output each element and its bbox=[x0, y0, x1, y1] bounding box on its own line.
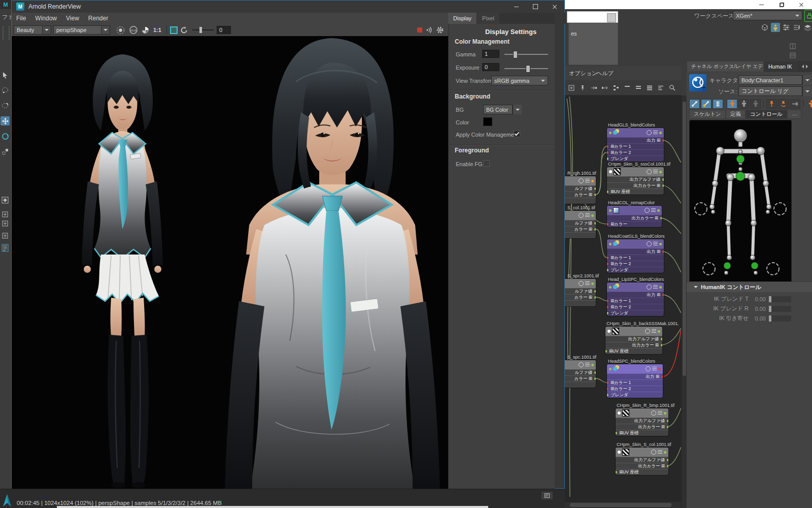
spine-icon[interactable] bbox=[713, 99, 723, 109]
node-port-row[interactable]: ⊞カラー 1 bbox=[607, 380, 663, 386]
node-port-row[interactable] bbox=[565, 198, 596, 204]
slider-handle[interactable] bbox=[199, 27, 202, 33]
source-dropdown-arrow[interactable] bbox=[802, 86, 811, 96]
node-port-row[interactable]: ⊞UV 座標 bbox=[607, 189, 664, 195]
aov-dropdown[interactable]: Beauty bbox=[14, 25, 51, 35]
list-icon[interactable] bbox=[651, 208, 656, 212]
node-port-row[interactable] bbox=[565, 382, 596, 388]
shader-node[interactable]: CHpm_Skin_S_sssCol.1001.tif出力アルファ値出力カラー … bbox=[607, 167, 664, 195]
slider-handle[interactable] bbox=[513, 51, 518, 58]
node-port-row[interactable]: 出力 ⊞ bbox=[607, 138, 664, 143]
list-icon[interactable] bbox=[653, 170, 658, 174]
node-port-row[interactable]: ⊞UV 座標 bbox=[616, 430, 668, 436]
node-port-row[interactable]: ⊞カラー 2 bbox=[607, 150, 664, 155]
character-dim-icon[interactable] bbox=[750, 99, 761, 109]
renderview-titlebar[interactable]: M Arnold RenderView bbox=[12, 1, 564, 13]
list-icon[interactable] bbox=[585, 281, 590, 285]
solo-icon[interactable] bbox=[647, 130, 652, 135]
gamma-field[interactable]: 1 bbox=[482, 50, 499, 58]
notification-icon[interactable] bbox=[425, 25, 435, 35]
channel-sliders-icon[interactable] bbox=[782, 23, 791, 32]
list-icon[interactable] bbox=[658, 450, 662, 454]
shader-node[interactable]: HeadGLS_blendColors出力 ⊞⊞カラー 1⊞カラー 2ブレンダ bbox=[607, 128, 664, 162]
create-node-icon[interactable] bbox=[567, 83, 576, 92]
solo-icon[interactable] bbox=[645, 329, 650, 334]
solo-icon[interactable] bbox=[651, 450, 656, 455]
attr-slider[interactable] bbox=[769, 306, 791, 312]
attr-slider[interactable] bbox=[769, 296, 791, 302]
character-dropdown-arrow[interactable] bbox=[802, 75, 811, 85]
node-port-row[interactable]: 出力カラー ⊞ bbox=[616, 424, 668, 430]
attr-value[interactable]: 0.00 bbox=[749, 306, 766, 312]
popup-field-button[interactable] bbox=[607, 13, 616, 22]
menu-render[interactable]: Render bbox=[84, 15, 113, 22]
node-port-row[interactable]: カラー ⊞ bbox=[565, 376, 596, 382]
connected-view-icon[interactable] bbox=[634, 83, 643, 92]
simple-view-icon[interactable] bbox=[623, 83, 632, 92]
channel-edit-icon[interactable] bbox=[792, 23, 801, 32]
render-region-icon[interactable] bbox=[115, 25, 125, 35]
node-port-row[interactable]: ⊞UV 座標 bbox=[605, 348, 662, 354]
solo-icon[interactable] bbox=[579, 362, 584, 367]
scale-tool-icon[interactable] bbox=[1, 147, 10, 156]
tab-display[interactable]: Display bbox=[448, 13, 477, 24]
list-icon[interactable] bbox=[653, 242, 658, 246]
node-port-row[interactable]: 出力アルファ値 bbox=[607, 177, 664, 182]
solo-icon[interactable] bbox=[647, 241, 652, 246]
solo-icon[interactable] bbox=[647, 284, 652, 290]
exposure-slider[interactable] bbox=[504, 68, 548, 69]
pin-rotate-icon[interactable] bbox=[778, 99, 789, 109]
list-icon[interactable] bbox=[658, 411, 662, 415]
tab-pixel[interactable]: Pixel bbox=[477, 13, 499, 24]
menu-options[interactable]: オプション bbox=[569, 70, 597, 77]
character-rig-viewport[interactable] bbox=[689, 120, 792, 284]
node-port-row[interactable]: ルファ値 bbox=[565, 289, 596, 294]
node-editor-hscrollbar[interactable] bbox=[565, 502, 681, 508]
menu-file[interactable]: File bbox=[12, 15, 30, 22]
settings-gear-icon[interactable] bbox=[435, 25, 445, 35]
shader-node[interactable]: S_spc2.1001.tifルファ値カラー ⊞ bbox=[565, 279, 596, 306]
shader-node[interactable]: CHpm_Skin_S_col.1001.tif出力アルファ値出力カラー ⊞⊞U… bbox=[616, 448, 668, 475]
panel-edge-icon-1[interactable] bbox=[788, 42, 797, 51]
node-port-row[interactable]: 出力 ⊞ bbox=[607, 374, 663, 379]
gamma-slider[interactable] bbox=[504, 54, 548, 55]
paint-select-tool-icon[interactable] bbox=[1, 101, 10, 110]
node-port-row[interactable]: ⊞カラー 1 bbox=[607, 144, 664, 149]
solo-icon[interactable] bbox=[579, 178, 584, 183]
shader-node[interactable]: S_col.1001.tifルファ値カラー ⊞ bbox=[565, 211, 596, 238]
shader-node[interactable]: HeadSPC_blendColors出力 ⊞⊞カラー 1⊞カラー 2ブレンダ bbox=[607, 364, 663, 398]
character-gray-icon[interactable] bbox=[738, 99, 749, 109]
apply-color-management-checkbox[interactable] bbox=[514, 131, 520, 137]
pin-translate-icon[interactable] bbox=[766, 99, 777, 109]
attr-value[interactable]: 0.00 bbox=[749, 296, 766, 302]
rotate-tool-icon[interactable] bbox=[1, 132, 10, 141]
node-port-row[interactable]: カラー ⊞ bbox=[565, 227, 596, 232]
refresh-render-icon[interactable] bbox=[179, 25, 189, 35]
tab-extra[interactable]: --- bbox=[787, 110, 802, 119]
popup-search-field[interactable] bbox=[567, 11, 618, 23]
bg-dropdown-arrow[interactable] bbox=[513, 105, 522, 114]
menu-window[interactable]: Window bbox=[30, 15, 61, 22]
node-port-row[interactable]: ⊞カラー 1 bbox=[607, 298, 664, 304]
node-port-row[interactable]: ⊞UV 座標 bbox=[616, 469, 668, 475]
lasso-tool-icon[interactable] bbox=[1, 86, 10, 95]
list-icon[interactable] bbox=[585, 179, 590, 183]
node-port-row[interactable]: ⊞カラー 2 bbox=[607, 304, 664, 310]
list-icon[interactable] bbox=[585, 363, 590, 367]
tab-scroll-left-icon[interactable] bbox=[800, 65, 804, 69]
view-transform-dropdown[interactable]: sRGB gamma bbox=[491, 76, 548, 85]
node-port-row[interactable]: 出力カラー ⊞ bbox=[607, 183, 664, 188]
stop-render-icon[interactable] bbox=[415, 25, 425, 35]
tab-skeleton[interactable]: スケルトン bbox=[689, 110, 726, 119]
pin-nodes-icon[interactable] bbox=[578, 83, 587, 92]
select-tool-icon[interactable] bbox=[1, 71, 10, 80]
node-port-row[interactable]: ⊞カラー 2 bbox=[607, 386, 663, 392]
minimize-button[interactable] bbox=[506, 1, 526, 13]
humanik-logo-button[interactable] bbox=[689, 74, 706, 91]
solo-icon[interactable] bbox=[647, 169, 652, 174]
skeleton-bone-icon[interactable] bbox=[689, 99, 700, 109]
render-canvas[interactable] bbox=[12, 36, 448, 489]
node-port-row[interactable]: カラー ⊞ bbox=[565, 295, 596, 300]
solo-icon[interactable] bbox=[645, 208, 650, 213]
layout-graph-icon[interactable] bbox=[612, 83, 621, 92]
